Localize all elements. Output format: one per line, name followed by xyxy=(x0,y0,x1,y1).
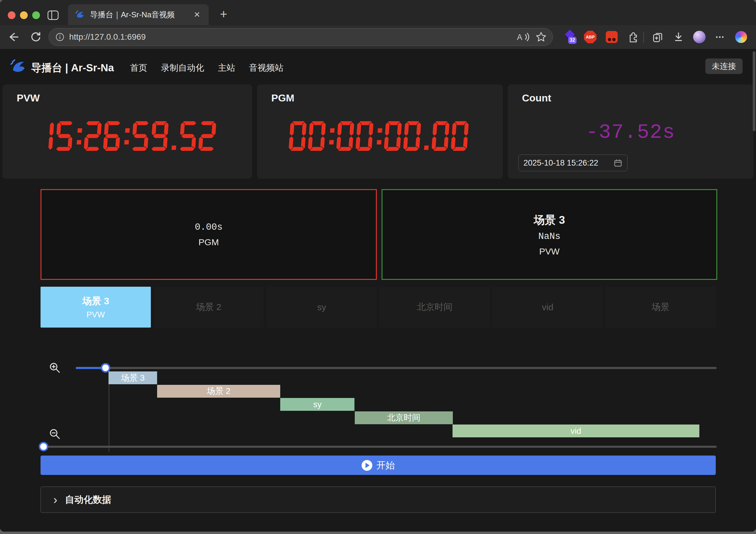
timeline-bar-1[interactable]: 场景 2 xyxy=(157,385,280,398)
page-content: 导播台 | Ar-Sr-Na 首页录制自动化主站音视频站 未连接 PVW PGM… xyxy=(0,49,756,532)
seek-slider-handle[interactable] xyxy=(39,442,48,451)
main-nav: 首页录制自动化主站音视频站 xyxy=(130,62,284,74)
scene-button-4[interactable]: vid xyxy=(493,287,603,327)
brand-logo-icon xyxy=(9,57,27,76)
scene-button-5[interactable]: 场景 xyxy=(606,287,716,327)
timeline-playhead xyxy=(109,384,109,452)
scene-button-3[interactable]: 北京时间 xyxy=(380,287,490,327)
reload-icon[interactable] xyxy=(29,30,43,44)
datetime-value[interactable]: 2025-10-18 15:26:22 xyxy=(524,158,598,168)
adblock-icon[interactable]: ABP xyxy=(582,29,599,45)
pvw-monitor-duration: NaNs xyxy=(538,231,560,242)
close-window-button[interactable] xyxy=(8,11,15,19)
start-button-label: 开始 xyxy=(376,459,395,472)
tab-favicon-icon xyxy=(74,9,85,20)
pgm-clock-display xyxy=(257,121,503,151)
extension-purple-icon[interactable]: 32 xyxy=(562,29,578,45)
more-menu-icon[interactable]: ••• xyxy=(712,29,729,45)
favorite-star-icon[interactable] xyxy=(535,31,547,42)
page-title: 导播台 | Ar-Sr-Na xyxy=(31,61,114,75)
extension-red-icon[interactable] xyxy=(603,29,620,45)
page-scrollbar[interactable] xyxy=(753,51,755,131)
timeline-bar-4[interactable]: vid xyxy=(452,425,699,437)
extension-badge: 32 xyxy=(568,37,577,44)
pgm-clock-panel: PGM xyxy=(257,84,503,179)
tab-strip: 导播台｜Ar-Sr-Na音视频 ✕ + xyxy=(0,0,756,25)
pgm-monitor-duration: 0.00s xyxy=(195,222,222,232)
pvw-clock-panel: PVW xyxy=(2,84,252,179)
timeline-gantt: 场景 3场景 2sy北京时间vid xyxy=(40,371,716,437)
toolbar-separator xyxy=(643,32,644,43)
tab-title: 导播台｜Ar-Sr-Na音视频 xyxy=(90,10,187,20)
new-tab-button[interactable]: + xyxy=(215,6,232,23)
tab-close-icon[interactable]: ✕ xyxy=(192,10,202,19)
scene-button-1[interactable]: 场景 2 xyxy=(153,287,264,327)
timeline-bar-2[interactable]: sy xyxy=(280,398,354,411)
count-panel: Count -37.52s 2025-10-18 15:26:22 xyxy=(508,84,754,179)
pgm-label: PGM xyxy=(271,92,294,104)
sidebar-toggle-icon[interactable] xyxy=(47,10,59,20)
extensions-puzzle-icon[interactable] xyxy=(625,29,641,45)
profile-avatar[interactable] xyxy=(691,29,708,45)
datetime-picker[interactable]: 2025-10-18 15:26:22 xyxy=(518,155,628,171)
pvw-monitor-scene: 场景 3 xyxy=(534,213,565,228)
app-header: 导播台 | Ar-Sr-Na 首页录制自动化主站音视频站 未连接 xyxy=(0,53,756,80)
nav-item-3[interactable]: 音视频站 xyxy=(249,62,284,74)
pvw-clock-display xyxy=(2,121,252,151)
scene-button-label: vid xyxy=(542,302,553,312)
play-icon xyxy=(362,460,372,471)
connection-status-badge[interactable]: 未连接 xyxy=(705,58,742,74)
scene-button-row: 场景 3PVW场景 2sy北京时间vid场景 xyxy=(40,287,716,327)
start-button[interactable]: 开始 xyxy=(40,456,716,475)
scene-button-label: 场景 3 xyxy=(82,295,109,308)
nav-item-0[interactable]: 首页 xyxy=(130,62,147,74)
zoom-slider-track[interactable] xyxy=(76,367,716,369)
url-text[interactable]: http://127.0.0.1:6969 xyxy=(69,32,516,42)
scene-button-label: sy xyxy=(317,302,326,312)
scene-button-label: 北京时间 xyxy=(417,301,452,313)
scene-button-sublabel: PVW xyxy=(87,310,105,320)
pvw-monitor[interactable]: 场景 3 NaNs PVW xyxy=(382,189,717,280)
count-label: Count xyxy=(522,92,551,104)
pvw-label: PVW xyxy=(17,92,40,104)
pvw-monitor-tag: PVW xyxy=(539,246,559,257)
scene-button-0[interactable]: 场景 3PVW xyxy=(40,287,151,327)
calendar-icon[interactable] xyxy=(613,158,622,167)
site-info-icon[interactable] xyxy=(55,32,65,42)
copilot-icon[interactable] xyxy=(733,29,749,45)
scene-button-label: 场景 2 xyxy=(196,301,221,313)
svg-text:A: A xyxy=(517,33,522,42)
back-icon[interactable] xyxy=(7,30,21,44)
read-aloud-icon[interactable]: A xyxy=(516,31,530,43)
seek-slider-track[interactable] xyxy=(43,446,716,448)
browser-window: 导播台｜Ar-Sr-Na音视频 ✕ + http://127.0.0.1:696… xyxy=(0,0,756,532)
automation-title: 自动化数据 xyxy=(65,493,111,506)
scene-button-label: 场景 xyxy=(652,301,669,313)
address-bar[interactable]: http://127.0.0.1:6969 A xyxy=(49,28,553,46)
pgm-monitor-tag: PGM xyxy=(199,237,219,247)
browser-toolbar: http://127.0.0.1:6969 A 32 ABP ••• xyxy=(0,25,756,49)
browser-tab[interactable]: 导播台｜Ar-Sr-Na音视频 ✕ xyxy=(68,4,209,25)
zoom-window-button[interactable] xyxy=(32,11,40,19)
collections-icon[interactable] xyxy=(649,29,666,45)
traffic-lights xyxy=(8,11,40,19)
scene-button-2[interactable]: sy xyxy=(266,287,377,327)
nav-item-1[interactable]: 录制自动化 xyxy=(161,62,204,74)
minimize-window-button[interactable] xyxy=(20,11,28,19)
timeline-bar-3[interactable]: 北京时间 xyxy=(355,411,453,424)
automation-data-section[interactable]: › 自动化数据 xyxy=(40,487,716,513)
downloads-icon[interactable] xyxy=(670,29,687,45)
count-value: -37.52s xyxy=(508,121,754,144)
pgm-monitor[interactable]: 0.00s PGM xyxy=(40,189,377,280)
nav-item-2[interactable]: 主站 xyxy=(218,62,235,74)
zoom-out-icon[interactable] xyxy=(48,428,62,441)
timeline-bar-0[interactable]: 场景 3 xyxy=(109,371,157,384)
